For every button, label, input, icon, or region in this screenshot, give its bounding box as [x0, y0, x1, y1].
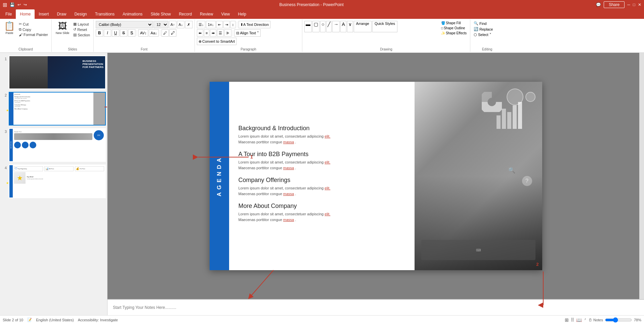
align-left-btn[interactable]: ⬅ [197, 29, 203, 37]
shape-line[interactable]: ╱ [326, 21, 332, 32]
text-direction-btn[interactable]: ⬆A Text Direction [239, 21, 270, 28]
close-btn[interactable]: ✕ [638, 2, 641, 7]
shape-rect[interactable]: ▬ [304, 21, 312, 32]
agenda-item-1-desc1-link[interactable]: elit. [325, 160, 330, 164]
notes-icon[interactable]: 📝 [27, 318, 32, 322]
tab-insert[interactable]: Insert [35, 9, 53, 19]
slide-thumb-4[interactable]: 4 ★ 🛡 Key Regulatory 📊 Alt Fees [1, 165, 106, 198]
agenda-item-3-desc1-link[interactable]: elit. [325, 212, 330, 216]
comments-icon[interactable]: 💬 [596, 2, 601, 7]
normal-view-btn[interactable]: ⊞ [565, 317, 569, 323]
shape-oval[interactable]: ○ [320, 21, 326, 32]
agenda-item-2-desc2-link[interactable]: massa [283, 192, 294, 196]
slide-img-3[interactable]: BACKGROUND Sample Text 20X [9, 128, 106, 162]
agenda-item-3-desc2-link[interactable]: massa [283, 218, 294, 222]
agenda-item-0-desc1-link[interactable]: elit. [325, 134, 330, 138]
language-status[interactable]: English (United States) [36, 318, 74, 322]
decrease-indent-btn[interactable]: ⇤ [216, 21, 223, 28]
quick-access-redo[interactable]: ↪ [24, 2, 27, 7]
clear-format-btn[interactable]: ✗ [185, 21, 192, 28]
slide-img-1[interactable]: BUSINESSPRESENTATIONFOR PARTNERS [9, 56, 106, 89]
paragraph-group-content: ☰↓ 1≡↓ ⇤ ⇥ ↕ ⬆A Text Direction ⬅ ≡ ➡ ☰ ⫸ [197, 21, 300, 50]
shadow-btn[interactable]: S [128, 29, 135, 37]
maximize-btn[interactable]: □ [633, 2, 635, 7]
shape-outline-btn[interactable]: □ Shape Outline [440, 26, 468, 30]
reading-view-btn[interactable]: 📖 [576, 317, 582, 323]
copy-button[interactable]: ⧉ Copy [17, 27, 49, 32]
vertical-scroll[interactable] [639, 53, 644, 299]
tab-help[interactable]: Help [234, 9, 250, 19]
strikethrough-btn[interactable]: S [120, 29, 127, 37]
font-size-select[interactable]: 12 [154, 21, 168, 28]
quick-access-save[interactable]: 💾 [10, 2, 15, 7]
agenda-item-1-desc2-link[interactable]: massa [283, 166, 294, 170]
font-color-btn[interactable]: 🖊 [162, 29, 169, 37]
minimize-btn[interactable]: ─ [627, 2, 630, 7]
tab-animations[interactable]: Animations [119, 9, 146, 19]
underline-btn[interactable]: U [112, 29, 119, 37]
select-btn[interactable]: ⬡ Select ˅ [472, 32, 494, 37]
app-menu-icon[interactable]: ⊞ [3, 2, 7, 8]
notes-input[interactable] [113, 305, 639, 310]
bold-btn[interactable]: B [96, 29, 103, 37]
columns-btn[interactable]: ⫸ [224, 29, 231, 37]
accessibility-status[interactable]: Accessibility: Investigate [78, 318, 118, 322]
font-size-down-btn[interactable]: A↓ [177, 21, 184, 28]
shape-more[interactable]: ∨ [347, 21, 353, 32]
tab-slideshow[interactable]: Slide Show [146, 9, 175, 19]
shape-fill-btn[interactable]: 🪣 Shape Fill [440, 21, 468, 25]
layout-button[interactable]: ▦ Layout [72, 22, 91, 27]
reset-button[interactable]: ↺ Reset [72, 27, 91, 32]
slide-img-2[interactable]: AGENDA Background & Introduction Lorem i… [9, 92, 106, 125]
slide-sorter-btn[interactable]: ⠿ [571, 317, 574, 323]
section-button[interactable]: ▤ Section [72, 32, 91, 37]
increase-indent-btn[interactable]: ⇥ [223, 21, 230, 28]
replace-btn[interactable]: 🔄 Replace [472, 27, 494, 32]
slide-canvas[interactable]: AGENDA Background & Introduction Lorem i… [210, 82, 542, 270]
agenda-item-0-desc2-link[interactable]: massa [283, 140, 294, 144]
tab-file[interactable]: File [1, 9, 16, 19]
shape-rounded-rect[interactable]: ▢ [312, 21, 319, 32]
tab-view[interactable]: View [217, 9, 234, 19]
convert-smartart-btn[interactable]: ⊕ Convert to SmartArt [197, 38, 237, 45]
quick-access-undo[interactable]: ↩ [17, 2, 21, 7]
highlight-btn[interactable]: 🖍 [169, 29, 176, 37]
tab-draw[interactable]: Draw [53, 9, 70, 19]
find-btn[interactable]: 🔍 Find [472, 21, 494, 26]
tab-home[interactable]: Home [16, 9, 35, 19]
shape-effects-btn[interactable]: ✨ Shape Effects [440, 31, 468, 35]
cut-button[interactable]: ✂ Cut [17, 22, 49, 27]
change-case-btn[interactable]: Aa↓ [149, 29, 159, 37]
tab-transitions[interactable]: Transitions [91, 9, 119, 19]
shape-textbox[interactable]: A [340, 21, 346, 32]
font-name-select[interactable]: Calibri (Body) [96, 21, 153, 28]
zoom-slider[interactable] [605, 317, 632, 323]
tab-record[interactable]: Record [175, 9, 196, 19]
slide-img-4[interactable]: 🛡 Key Regulatory 📊 Alt Fees 💰 Per Price [9, 165, 106, 198]
char-spacing-btn[interactable]: AV↕ [138, 29, 148, 37]
notes-panel-btn[interactable]: 🗒 Notes [589, 318, 603, 322]
arrange-btn[interactable]: Arrange [354, 21, 372, 32]
numbering-btn[interactable]: 1≡↓ [206, 21, 215, 28]
tab-design[interactable]: Design [70, 9, 91, 19]
line-spacing-btn[interactable]: ↕ [230, 21, 236, 28]
slide-thumb-1[interactable]: 1 BUSINESSPRESENTATIONFOR PARTNERS [1, 56, 106, 89]
format-painter-button[interactable]: 🖌 Format Painter [17, 32, 49, 37]
quick-styles-btn[interactable]: Quick Styles [372, 21, 397, 32]
new-slide-button[interactable]: 🖼 New Slide [54, 20, 72, 35]
agenda-item-2-desc1-link[interactable]: elit. [325, 186, 330, 190]
slide-thumb-3[interactable]: 3 BACKGROUND Sample Text 20X [1, 128, 106, 162]
font-size-up-btn[interactable]: A↑ [169, 21, 176, 28]
justify-btn[interactable]: ☰ [217, 29, 224, 37]
presenter-view-btn[interactable]: ⎖ [584, 317, 587, 323]
slide-thumb-2[interactable]: 2 ★ AGENDA Background & Introduction Lor… [1, 92, 106, 125]
align-text-btn[interactable]: ⊟ Align Text ˅ [234, 29, 261, 37]
shape-arrow[interactable]: → [332, 21, 340, 32]
align-center-btn[interactable]: ≡ [204, 29, 209, 37]
bullets-btn[interactable]: ☰↓ [197, 21, 206, 28]
share-button[interactable]: Share [604, 1, 625, 8]
italic-btn[interactable]: I [104, 29, 111, 37]
align-right-btn[interactable]: ➡ [210, 29, 216, 37]
paste-button[interactable]: 📋 Paste [2, 20, 17, 35]
tab-review[interactable]: Review [196, 9, 217, 19]
